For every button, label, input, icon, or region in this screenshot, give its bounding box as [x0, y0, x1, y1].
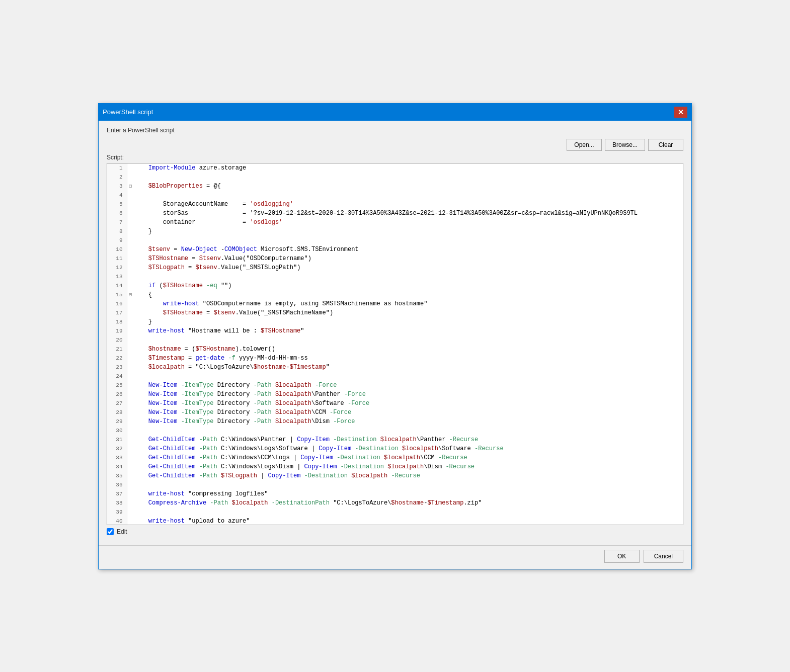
table-row: 7 container = 'osdlogs': [107, 218, 683, 227]
code-content: [134, 508, 682, 517]
line-number: 36: [107, 480, 127, 489]
table-row: 5 StorageAccountName = 'osdlogging': [107, 200, 683, 209]
line-number: 30: [107, 426, 127, 435]
code-content: New-Item -ItemType Directory -Path $loca…: [134, 408, 682, 417]
code-content: $TSHostname = $tsenv.Value("OSDComputern…: [134, 254, 682, 263]
clear-button[interactable]: Clear: [648, 139, 683, 151]
table-row: 17 $TSHostname = $tsenv.Value("_SMSTSMac…: [107, 308, 683, 317]
code-content: New-Item -ItemType Directory -Path $loca…: [134, 417, 682, 426]
line-number: 32: [107, 444, 127, 453]
fold-indicator: [127, 173, 134, 182]
browse-button[interactable]: Browse...: [605, 139, 645, 151]
line-number: 28: [107, 408, 127, 417]
fold-indicator: [127, 326, 134, 335]
table-row: 3⊟ $BlobProperties = @{: [107, 182, 683, 191]
fold-indicator: [127, 462, 134, 471]
fold-indicator: [127, 281, 134, 290]
line-number: 3: [107, 182, 127, 191]
code-content: $Timestamp = get-date -f yyyy-MM-dd-HH-m…: [134, 354, 682, 363]
code-content: $localpath = "C:\LogsToAzure\$hostname-$…: [134, 363, 682, 372]
table-row: 28 New-Item -ItemType Directory -Path $l…: [107, 408, 683, 417]
fold-indicator: [127, 308, 134, 317]
fold-indicator: [127, 408, 134, 417]
edit-row: Edit: [107, 525, 683, 539]
fold-indicator: [127, 372, 134, 381]
code-content: $TSHostname = $tsenv.Value("_SMSTSMachin…: [134, 308, 682, 317]
table-row: 12 $TSLogpath = $tsenv.Value("_SMSTSLogP…: [107, 263, 683, 272]
fold-indicator: [127, 517, 134, 525]
code-content: $TSLogpath = $tsenv.Value("_SMSTSLogPath…: [134, 263, 682, 272]
code-content: container = 'osdlogs': [134, 218, 682, 227]
table-row: 39: [107, 508, 683, 517]
code-content: {: [134, 290, 682, 299]
table-row: 27 New-Item -ItemType Directory -Path $l…: [107, 399, 683, 408]
line-number: 31: [107, 435, 127, 444]
line-number: 11: [107, 254, 127, 263]
edit-checkbox[interactable]: [107, 528, 114, 535]
line-number: 7: [107, 218, 127, 227]
fold-indicator: [127, 272, 134, 281]
code-content: $BlobProperties = @{: [134, 182, 682, 191]
code-content: write-host "Hostname will be : $TSHostna…: [134, 326, 682, 335]
line-number: 26: [107, 390, 127, 399]
line-number: 1: [107, 163, 127, 173]
code-content: $tsenv = New-Object -COMObject Microsoft…: [134, 245, 682, 254]
fold-indicator: [127, 508, 134, 517]
line-number: 2: [107, 173, 127, 182]
code-content: $hostname = ($TSHostname).tolower(): [134, 345, 682, 354]
table-row: 14 if ($TSHostname -eq ""): [107, 281, 683, 290]
table-row: 16 write-host "OSDComputername is empty,…: [107, 299, 683, 308]
fold-indicator: [127, 453, 134, 462]
ok-button[interactable]: OK: [604, 550, 640, 563]
code-editor[interactable]: 1 Import-Module azure.storage23⊟ $BlobPr…: [107, 163, 683, 525]
table-row: 29 New-Item -ItemType Directory -Path $l…: [107, 417, 683, 426]
line-number: 34: [107, 462, 127, 471]
code-content: if ($TSHostname -eq ""): [134, 281, 682, 290]
code-content: [134, 372, 682, 381]
table-row: 6 storSas = '?sv=2019-12-12&st=2020-12-3…: [107, 209, 683, 218]
code-content: write-host "OSDComputername is empty, us…: [134, 299, 682, 308]
fold-indicator: [127, 163, 134, 173]
code-content: [134, 335, 682, 345]
line-number: 5: [107, 200, 127, 209]
line-number: 19: [107, 326, 127, 335]
line-number: 23: [107, 363, 127, 372]
code-content: New-Item -ItemType Directory -Path $loca…: [134, 390, 682, 399]
close-button[interactable]: ✕: [674, 107, 687, 118]
line-number: 38: [107, 498, 127, 508]
fold-indicator: [127, 254, 134, 263]
fold-indicator: [127, 471, 134, 480]
fold-indicator: [127, 345, 134, 354]
fold-indicator: [127, 335, 134, 345]
code-content: Get-ChildItem -Path C:\Windows\Panther |…: [134, 435, 682, 444]
code-content: write-host "compressing logfiles": [134, 489, 682, 498]
code-content: New-Item -ItemType Directory -Path $loca…: [134, 399, 682, 408]
cancel-button[interactable]: Cancel: [644, 550, 683, 563]
fold-indicator: [127, 218, 134, 227]
line-number: 17: [107, 308, 127, 317]
fold-indicator: [127, 444, 134, 453]
line-number: 22: [107, 354, 127, 363]
table-row: 31 Get-ChildItem -Path C:\Windows\Panthe…: [107, 435, 683, 444]
table-row: 24: [107, 372, 683, 381]
table-row: 9: [107, 236, 683, 245]
table-row: 1 Import-Module azure.storage: [107, 163, 683, 173]
code-table: 1 Import-Module azure.storage23⊟ $BlobPr…: [107, 163, 683, 525]
fold-indicator: [127, 236, 134, 245]
title-bar: PowerShell script ✕: [99, 104, 691, 121]
table-row: 40 write-host "upload to azure": [107, 517, 683, 525]
code-content: [134, 426, 682, 435]
fold-indicator: [127, 200, 134, 209]
table-row: 19 write-host "Hostname will be : $TSHos…: [107, 326, 683, 335]
line-number: 8: [107, 227, 127, 236]
open-button[interactable]: Open...: [567, 139, 602, 151]
table-row: 33 Get-ChildItem -Path C:\Windows\CCM\Lo…: [107, 453, 683, 462]
fold-indicator: [127, 354, 134, 363]
code-content: Get-ChildItem -Path C:\Windows\Logs\Soft…: [134, 444, 682, 453]
table-row: 26 New-Item -ItemType Directory -Path $l…: [107, 390, 683, 399]
line-number: 15: [107, 290, 127, 299]
table-row: 37 write-host "compressing logfiles": [107, 489, 683, 498]
line-number: 4: [107, 191, 127, 200]
line-number: 20: [107, 335, 127, 345]
fold-indicator: [127, 263, 134, 272]
